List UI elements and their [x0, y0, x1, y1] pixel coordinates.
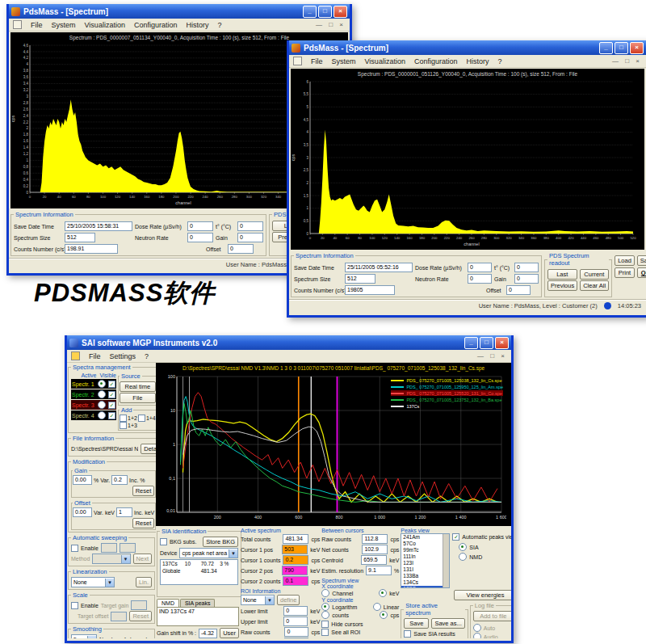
spectrum-row-2[interactable]: Spectr. 2 ✓ [71, 389, 116, 399]
counts-field[interactable]: 19805 [345, 285, 395, 295]
gain-field[interactable]: 0 [514, 274, 539, 284]
linearization-select[interactable]: None▼ [71, 577, 115, 587]
close-icon[interactable]: × [630, 42, 644, 54]
offset-inc-field[interactable]: 1 [116, 507, 132, 517]
peak-item[interactable]: 57Co [401, 541, 443, 547]
kev-radio[interactable] [379, 589, 387, 597]
spectrum-row-4[interactable]: Spectr. 4 ✓ [71, 410, 116, 420]
peak-item[interactable]: 133Ba [401, 573, 443, 579]
titlebar[interactable]: PdsMass - [Spectrum] _ □ × [289, 40, 646, 55]
menu-file[interactable]: File [89, 352, 101, 360]
minimize-icon[interactable]: _ [303, 6, 317, 18]
visible-checkbox[interactable]: ✓ [108, 412, 115, 419]
counts-radio[interactable] [321, 611, 329, 619]
menu-settings[interactable]: Settings [110, 352, 136, 360]
save-as-button[interactable]: Save as... [431, 618, 464, 629]
temp-field[interactable]: 0 [514, 263, 539, 272]
menu-visualization[interactable]: Visualization [85, 21, 125, 29]
last-button[interactable]: Last [547, 269, 577, 280]
peak-item[interactable]: 134Cs [401, 579, 443, 586]
tab-sia-peaks[interactable]: SIA peaks [180, 599, 216, 607]
real-time-button[interactable]: Real time [120, 381, 156, 392]
quit-button[interactable]: Quit [637, 267, 646, 278]
save-date-field[interactable]: 25/11/2005 05:52:16 [345, 263, 413, 272]
gain-shift-field[interactable]: -4.32 [199, 629, 217, 638]
save-date-field[interactable]: 25/10/2005 15:58:31 [65, 221, 132, 231]
gain-value-spinner[interactable]: 0.00 [73, 475, 92, 485]
add-1-3-checkbox[interactable] [120, 422, 127, 429]
menu-configuration[interactable]: Configuration [134, 21, 178, 29]
linear-radio[interactable] [373, 603, 381, 611]
see-all-roi-checkbox[interactable] [321, 629, 329, 636]
save-sia-checkbox[interactable] [404, 630, 411, 638]
nmd-radio[interactable] [459, 553, 467, 561]
sia-radio[interactable] [459, 543, 467, 551]
peak-item[interactable]: 123I [401, 560, 443, 566]
load-button[interactable]: Load [615, 255, 635, 266]
peak-item-selected[interactable]: 137Cs [401, 586, 443, 588]
peak-item[interactable]: 99mTc [401, 547, 443, 554]
active-radio[interactable] [98, 390, 106, 398]
peaks-listbox[interactable]: 241Am 57Co 99mTc 111In 123I 131I 133Ba 1… [401, 533, 450, 588]
hide-cursors-checkbox[interactable] [321, 621, 329, 628]
mdi-controls-icon[interactable]: — □ × [316, 21, 346, 28]
logarithm-radio[interactable] [321, 603, 329, 611]
peak-item[interactable]: 241Am [401, 534, 443, 541]
menu-help[interactable]: ? [497, 57, 501, 65]
lower-limit-field[interactable]: 0 [283, 606, 308, 616]
user-button[interactable]: User [220, 628, 239, 638]
bkg-subs-checkbox[interactable] [160, 538, 167, 545]
device-select[interactable]: cps peak net area▼ [179, 548, 238, 558]
file-button[interactable]: File [120, 393, 156, 403]
offset-value-spinner[interactable]: 0.00 [73, 507, 92, 517]
details-button[interactable]: Details [141, 444, 156, 454]
mdi-controls-icon[interactable]: — □ × [477, 352, 507, 360]
mdi-controls-icon[interactable]: — □ × [612, 57, 642, 65]
store-bkg-button[interactable]: Store BKG [203, 537, 238, 547]
maximize-icon[interactable]: □ [318, 6, 332, 18]
temp-field[interactable]: 0 [237, 221, 263, 231]
gain-reset-button[interactable]: Reset [132, 486, 155, 496]
dose-rate-field[interactable]: 0 [468, 263, 492, 272]
active-radio[interactable] [98, 401, 106, 409]
legend-entry[interactable]: 137Cs [391, 403, 503, 409]
save-button[interactable]: Save [637, 255, 646, 266]
scale-enable-checkbox[interactable] [71, 602, 78, 609]
neutron-field[interactable]: 0 [468, 274, 492, 284]
visible-checkbox[interactable]: ✓ [108, 402, 115, 409]
counts-field[interactable]: 198.91 [65, 244, 118, 254]
dose-rate-field[interactable]: 0 [187, 221, 213, 231]
current-button[interactable]: Current [580, 269, 610, 280]
sia-results-list[interactable]: 137Cs 10 70.72 3 %Globale 481.34 [160, 559, 238, 585]
menu-configuration[interactable]: Configuration [414, 57, 458, 65]
scrollbar[interactable] [443, 534, 449, 587]
size-field[interactable]: 512 [345, 274, 375, 284]
menu-system[interactable]: System [332, 57, 356, 65]
smoothing-select[interactable]: 5▼ [71, 634, 97, 638]
legend-entry-selected[interactable]: PDS_ 075270_071005_125520_131_lin_Co.spe [391, 390, 503, 396]
clear-all-button[interactable]: Clear All [580, 280, 609, 291]
close-icon[interactable]: × [495, 337, 509, 349]
menu-history[interactable]: History [186, 21, 208, 29]
print-button[interactable]: Print [615, 267, 635, 278]
add-1-4-checkbox[interactable] [138, 415, 145, 422]
maximize-icon[interactable]: □ [615, 42, 628, 54]
menu-history[interactable]: History [466, 57, 489, 65]
gain-field[interactable]: 0 [237, 233, 263, 242]
titlebar[interactable]: PdsMass - [Spectrum] _ □ × [9, 4, 350, 19]
visible-checkbox[interactable]: ✓ [108, 381, 115, 388]
auto-peaks-checkbox[interactable]: ✓ [452, 533, 459, 541]
upper-limit-field[interactable]: 0 [283, 617, 308, 626]
view-energies-button[interactable]: View energies [454, 590, 511, 600]
legend-entry[interactable]: PDS_ 075270_071005_125950_125_lin_Am.spe [391, 384, 503, 389]
close-icon[interactable]: × [333, 6, 347, 18]
spectrum-row-1[interactable]: Spectr. 1 ✓ [71, 379, 116, 389]
active-radio[interactable] [98, 380, 106, 388]
spectrum-row-3[interactable]: Spectr. 3 ✓ [71, 400, 116, 410]
cps-radio[interactable] [380, 611, 388, 619]
menu-help[interactable]: ? [145, 352, 149, 360]
offset-field[interactable]: 0 [228, 244, 254, 254]
maximize-icon[interactable]: □ [480, 337, 493, 349]
gain-inc-field[interactable]: 0.2 [111, 475, 128, 485]
offset-field[interactable]: 0 [506, 285, 531, 295]
